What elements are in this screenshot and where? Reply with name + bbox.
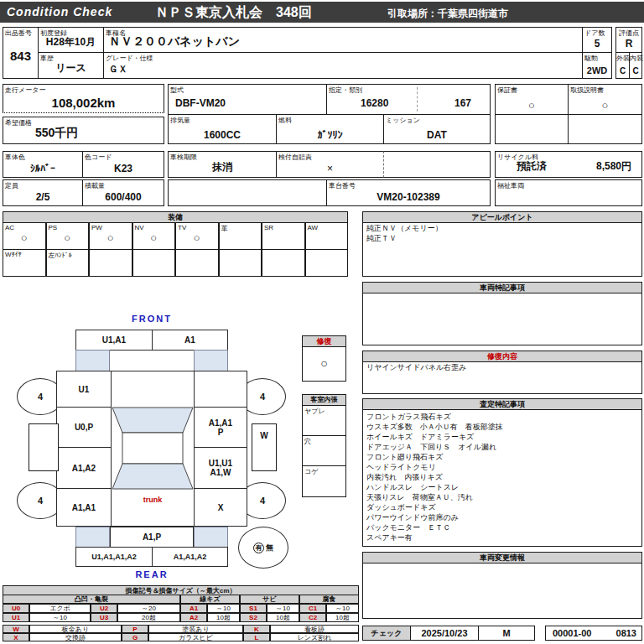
repair-line: リヤインサイドパネル右歪み [363,362,641,372]
legend-value: レンズ割れ [270,633,359,641]
grade-cell: グレード・仕様 ＧＸ [103,52,583,79]
assessment-panel: フロントガラス飛石キズ ウスキズ多数 小Ａ小Ｕ有 看板部塗抹 ホイールキズ ドア… [362,409,642,547]
legend-code: K [243,625,270,633]
appeal-title: アピールポイント [362,211,642,223]
assessment-line: フロント廻り飛石キズ [363,452,641,462]
equipment-label: AW [308,224,319,231]
capacity-value: 2/5 [3,191,82,203]
legend-group: 凸凹・亀裂 [3,595,180,604]
class-divider [417,87,418,112]
equipment-cell-sr: SR [262,222,305,250]
warranty-blank-cell [495,114,569,144]
body-color-label: 車体色 [5,153,25,162]
inspection-cell: 車検期限 抹消 [168,151,277,178]
change-info-panel [362,563,642,619]
equipment-note [175,249,219,277]
check-number: 00001-00 [553,628,592,638]
equipment-cell-pw: PW○ [89,222,132,250]
legend-value: 20超 [117,613,180,622]
legend-code: C2 [299,613,326,622]
equipment-title: 装備 [3,211,348,223]
legend-value: ～10 [29,613,91,622]
score-value: R [616,38,641,49]
equipment-label: PS [49,224,58,231]
insurance-cell: 検付自賠責 × [276,151,384,178]
displacement-cell: 排気量 1600CC [168,114,277,144]
legend-code: U2 [91,604,117,613]
recycle-amount: 8,580円 [596,159,631,174]
vehicle-notes-panel [362,293,642,345]
history-cell: 車歴 リース [38,52,104,79]
legend-code: L [243,633,270,641]
equipment-note: 左ﾊﾝﾄﾞﾙ [46,249,90,277]
exterior-grade-label: 外装 [616,54,629,63]
insurance-mark: × [277,163,383,174]
assessment-line: パワーウインドウ前席のみ [363,512,641,522]
equipment-note [219,249,262,277]
repair-flag-mark: ○ [303,356,345,370]
manual-book-label: 取扱説明書 [570,86,604,95]
legend-value: ～10 [326,604,359,613]
rear-label: REAR [110,569,194,579]
check-number-cell: 00001-00 0813 [545,626,642,641]
repair-flag-box: ○ [302,346,346,382]
warranty-book-cell: 保証書 ○ [495,84,569,115]
check-label-cell: チェック [362,626,411,641]
lot-number-value: 843 [3,49,38,63]
chassis-blank-cell [168,179,327,206]
repair-flag-title: 修復 [302,335,346,347]
assessment-line: ホイールキズ ドアミラーキズ [363,432,641,442]
fuel-cell: 燃料 ｶﾞｿﾘﾝ [276,114,384,144]
change-info-title: 車両変更情報 [362,552,642,564]
assessment-title: 査定特記事項 [362,398,642,410]
welfare-label: 福祉車両 [497,181,524,190]
color-code-cell: 色コード K23 [82,151,164,178]
equipment-mark: ○ [90,231,132,244]
legend-value: ～10 [207,604,240,613]
cabin-trim-row-burn: コゲ [302,465,346,497]
vehicle-notes-title: 車両特記事項 [362,282,642,293]
trunk-label: trunk [112,496,194,505]
drive-label: 駆動 [584,54,598,63]
left-slide-door-cell: A1,A2 [56,447,112,489]
displacement-label: 排気量 [170,116,190,125]
right-front-fender-cell [194,371,247,408]
title-bar: Condition Check ＮＰＳ東京入札会 348回 引取場所：千葉県四街… [0,2,644,23]
assessment-line: 天張りスレ 荷物室ＡＵ、汚れ [363,492,641,502]
legend-marks-row-2: X 交換跡 G ガラスヒビ L レンズ割れ [3,633,359,641]
insurance-label: 検付自賠責 [278,153,312,162]
pickup-location: 引取場所：千葉県四街道市 [387,7,508,21]
assessment-line: ヘッドライトクモリ [363,462,641,472]
assessment-line: ウスキズ多数 小Ａ小Ｕ有 看板部塗抹 [363,422,641,432]
warranty-book-label: 保証書 [497,86,517,95]
equipment-note-text: Wﾀｲﾔ [5,251,22,258]
equipment-mark: ○ [3,231,45,244]
rear-bumper-left-cell: U1,A1,A1,A2 [75,547,153,567]
right-side-step: W [252,423,277,471]
appeal-panel: 純正ＮＶ（メモリー） 純正ＴＶ [362,222,642,277]
capacity-label: 定員 [5,181,18,190]
taillight-left-shade [75,527,110,548]
exterior-grade-cell: 外装 C [615,52,630,79]
recycle-status: 預託済 [517,159,547,174]
equipment-mark: ○ [133,231,175,244]
legend-value: ガラスヒビ [148,633,243,641]
model-name-value: ＮＶ２００バネットバン [109,34,582,49]
legend-code: X [3,633,29,641]
assessment-line: スペアキー有 [363,532,641,543]
equipment-note-text: 左ﾊﾝﾄﾞﾙ [49,251,72,260]
legend-value: 看板跡 [270,625,359,633]
odometer-label: 走行メーター [5,86,45,95]
exterior-grade-value: C [616,66,629,75]
model-code-cell: 型式 DBF-VM20 [168,84,327,115]
right-front-door-line1: A1,A1 [209,418,232,428]
right-front-door-line2: P [218,428,224,437]
first-registration-value: H28年10月 [39,35,103,49]
repair-panel: リヤインサイドパネル右歪み [362,361,642,394]
left-rear-quarter-cell: A1,A1 [56,488,112,527]
model-code-label: 型式 [170,86,184,95]
legend-code: C1 [299,604,326,613]
assessment-line: バックモニター ＥＴＣ [363,522,641,532]
check-date-cell: 2025/10/23 [410,626,479,641]
equipment-label: TV [178,224,186,231]
